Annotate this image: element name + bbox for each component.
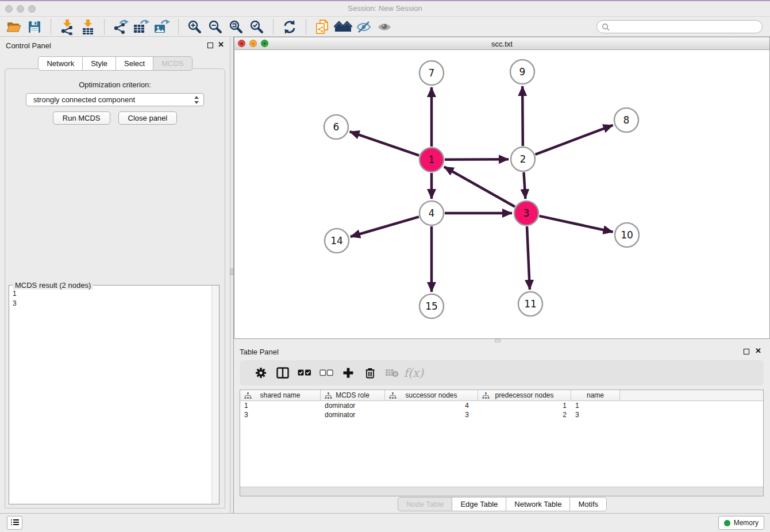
task-history-button[interactable] [7, 516, 22, 530]
search-field[interactable] [596, 20, 763, 33]
column-header-name[interactable]: name [571, 390, 620, 400]
network-window-titlebar[interactable]: × − + scc.txt [234, 37, 769, 50]
table-toolbar: f(x) [240, 360, 764, 385]
duplicate-pages-icon [314, 19, 330, 35]
graph-node-8[interactable]: 8 [614, 108, 638, 132]
search-input[interactable] [610, 22, 762, 32]
tab-motifs[interactable]: Motifs [569, 497, 607, 511]
column-header-predecessor-nodes[interactable]: predecessor nodes [478, 390, 571, 400]
import-network-button[interactable] [57, 18, 78, 36]
tab-edge-table[interactable]: Edge Table [452, 497, 506, 511]
graph-edge-3-11[interactable] [527, 226, 530, 290]
graph-node-1[interactable]: 1 [419, 148, 444, 172]
add-column-button[interactable] [337, 363, 359, 383]
refresh-view-button[interactable] [279, 18, 300, 36]
tab-node-table[interactable]: Node Table [398, 497, 453, 511]
svg-text:15: 15 [425, 300, 438, 312]
close-panel-icon[interactable]: ✕ [755, 346, 761, 355]
graph-edge-4-14[interactable] [351, 217, 419, 237]
splitter-handle[interactable] [230, 268, 233, 275]
graph-node-14[interactable]: 14 [325, 229, 349, 253]
zoom-selected-button[interactable] [247, 18, 267, 36]
graph-edge-1-6[interactable] [350, 132, 419, 155]
mcds-panel-body: Optimization criterion: strongly connect… [5, 68, 225, 508]
cell-successor-nodes: 3 [385, 410, 478, 419]
zoom-out-button[interactable] [205, 18, 226, 36]
graph-node-3[interactable]: 3 [514, 201, 538, 225]
zoom-out-icon [208, 20, 223, 34]
function-builder-button[interactable]: f(x) [403, 363, 425, 383]
horizontal-splitter-handle[interactable] [495, 339, 500, 342]
tab-network[interactable]: Network [38, 56, 83, 71]
column-header-shared-name[interactable]: shared name [240, 390, 321, 400]
graph-node-2[interactable]: 2 [511, 147, 535, 171]
cell-name: 1 [571, 401, 620, 410]
column-header-mcds-role[interactable]: MCDS role [321, 390, 385, 400]
table-horizontal-scrollbar[interactable] [240, 487, 763, 496]
show-column-panel-button[interactable] [272, 363, 294, 383]
tab-network-table[interactable]: Network Table [506, 497, 570, 511]
graph-edge-2-9[interactable] [522, 86, 523, 146]
deselect-all-columns-button[interactable] [315, 363, 337, 383]
search-icon [602, 23, 610, 31]
open-folder-icon [6, 21, 21, 33]
toolbar-separator [104, 20, 105, 34]
save-session-button[interactable] [24, 18, 45, 36]
import-table-button[interactable] [78, 18, 98, 36]
run-mcds-button[interactable]: Run MCDS [53, 111, 110, 125]
export-table-button[interactable] [131, 18, 152, 36]
graph-node-9[interactable]: 9 [510, 60, 534, 84]
close-panel-button[interactable]: Close panel [118, 111, 178, 125]
mcds-buttons-row: Run MCDS Close panel [5, 111, 225, 125]
delete-table-button[interactable] [381, 363, 403, 383]
duplicate-network-button[interactable] [312, 18, 333, 36]
zoom-in-button[interactable] [184, 18, 205, 36]
graph-node-10[interactable]: 10 [615, 223, 639, 247]
svg-text:7: 7 [429, 67, 435, 79]
open-session-button[interactable] [3, 18, 24, 36]
export-network-button[interactable] [110, 18, 131, 36]
graph-edge-2-8[interactable] [536, 125, 613, 155]
column-header-successor-nodes[interactable]: successor nodes [385, 390, 478, 400]
graph-edge-3-1[interactable] [444, 167, 515, 206]
memory-button[interactable]: Memory [718, 516, 764, 530]
show-selection-button[interactable] [374, 18, 395, 36]
hide-selection-button[interactable] [353, 18, 374, 36]
select-all-columns-button[interactable] [294, 363, 315, 383]
graph-edge-1-2[interactable] [445, 159, 509, 160]
split-columns-icon [276, 367, 289, 379]
network-graph[interactable]: 1234678910111415 [234, 50, 769, 340]
graph-node-11[interactable]: 11 [518, 292, 542, 316]
graph-edge-2-3[interactable] [523, 172, 525, 199]
control-panel-title: Control Panel [6, 41, 51, 50]
close-panel-icon[interactable]: ✕ [218, 40, 224, 49]
tab-select[interactable]: Select [116, 56, 153, 71]
export-image-icon [153, 19, 171, 35]
table-row[interactable]: 3 dominator 3 2 3 [240, 410, 763, 419]
mcds-result-list[interactable]: 1 3 [13, 289, 17, 309]
zoom-selected-icon [249, 20, 264, 34]
graph-node-15[interactable]: 15 [419, 294, 444, 318]
delete-column-button[interactable] [359, 363, 381, 383]
graph-node-7[interactable]: 7 [419, 61, 444, 85]
svg-text:3: 3 [523, 207, 530, 219]
zoom-fit-button[interactable] [226, 18, 247, 36]
svg-text:1: 1 [429, 154, 435, 165]
vertical-splitter[interactable] [230, 37, 234, 513]
graph-edge-3-10[interactable] [539, 216, 613, 232]
float-panel-icon[interactable] [207, 43, 213, 48]
toolbar-separator [273, 20, 274, 34]
network-canvas[interactable]: 1234678910111415 [234, 50, 769, 338]
status-bar: Memory [0, 513, 770, 532]
graph-node-4[interactable]: 4 [419, 201, 444, 225]
optimization-criterion-dropdown[interactable]: strongly connected component [26, 93, 204, 106]
tab-style[interactable]: Style [82, 56, 116, 71]
table-settings-button[interactable] [250, 363, 272, 383]
result-scrollbar[interactable] [211, 286, 219, 504]
export-image-button[interactable] [152, 18, 172, 36]
float-panel-icon[interactable] [744, 349, 749, 354]
houses-button[interactable] [333, 18, 353, 36]
table-row[interactable]: 1 dominator 4 1 1 [240, 401, 763, 410]
tab-mcds[interactable]: MCDS [153, 56, 192, 71]
graph-node-6[interactable]: 6 [324, 115, 348, 139]
